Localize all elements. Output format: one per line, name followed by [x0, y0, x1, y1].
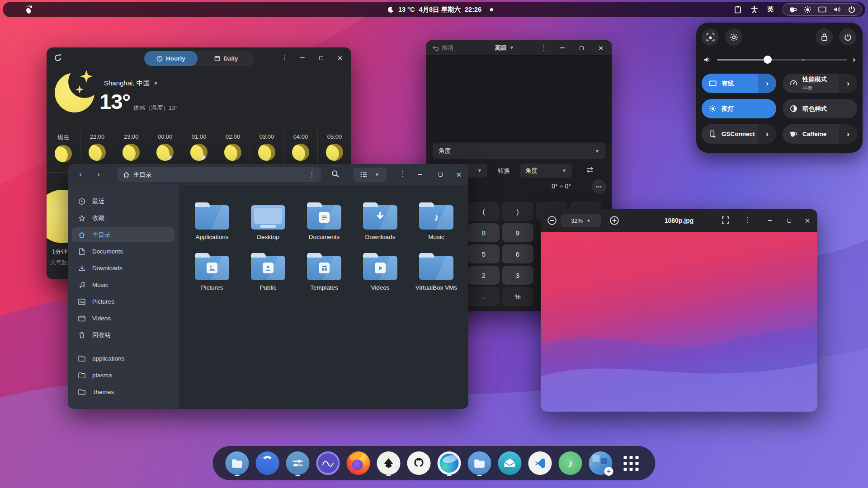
swap-units-button[interactable]: [585, 166, 594, 174]
toggle-power-profile[interactable]: 性能模式 平衡 ›: [783, 74, 857, 93]
menu-kebab-button[interactable]: ⋮: [744, 216, 751, 224]
toggle-wired[interactable]: 有线 ›: [702, 74, 776, 93]
sidebar-item-starred[interactable]: 收藏: [68, 210, 179, 226]
calc-key-6[interactable]: 6: [502, 244, 533, 263]
more-digits-button[interactable]: •••: [592, 179, 606, 194]
menu-kebab-button[interactable]: ⋮: [399, 170, 406, 178]
calc-key-percent[interactable]: %: [502, 287, 533, 306]
sidebar-item-documents[interactable]: Documents: [68, 243, 179, 260]
dock-inkscape[interactable]: [376, 450, 401, 476]
expand-chevron[interactable]: ›: [758, 124, 776, 144]
back-button[interactable]: ‹: [74, 168, 87, 181]
calc-key-2[interactable]: 2: [468, 266, 500, 285]
close-button[interactable]: ✕: [802, 215, 813, 226]
expand-chevron[interactable]: ›: [839, 124, 857, 144]
sidebar-item-plasma-folder[interactable]: plasma: [68, 367, 179, 384]
calc-key-8[interactable]: 8: [468, 223, 500, 242]
close-button[interactable]: ✕: [334, 52, 346, 64]
dock-settings[interactable]: [285, 450, 311, 476]
folder-downloads[interactable]: Downloads: [363, 202, 397, 252]
clipboard-icon[interactable]: [734, 5, 741, 14]
volume-knob[interactable]: [764, 56, 772, 64]
dock-github[interactable]: [406, 450, 432, 476]
close-button[interactable]: ✕: [453, 169, 465, 180]
sidebar-item-trash[interactable]: 回收站: [68, 327, 179, 343]
calc-key-paren-open[interactable]: (: [468, 202, 500, 221]
dock-software-mosaic[interactable]: +: [588, 450, 613, 476]
menu-kebab-button[interactable]: ⋮: [281, 54, 288, 61]
calc-key-5[interactable]: 5: [468, 244, 500, 263]
convert-to-dropdown[interactable]: 角度 ▼: [520, 164, 572, 178]
calc-key-decimal[interactable]: .: [468, 287, 500, 306]
screenshot-button[interactable]: [702, 28, 719, 46]
folder-desktop[interactable]: Desktop: [251, 202, 285, 252]
folder-applications[interactable]: Applications: [195, 202, 229, 252]
dock-edge[interactable]: [437, 450, 462, 476]
sidebar-item-home[interactable]: 主目录: [68, 226, 179, 243]
sidebar-item-themes-folder[interactable]: .themes: [68, 384, 179, 400]
folder-public[interactable]: Public: [251, 252, 285, 303]
tab-hourly[interactable]: Hourly: [144, 51, 198, 66]
minimize-button[interactable]: [557, 42, 568, 54]
dock-vscode[interactable]: [528, 450, 553, 476]
activities-gnome-logo[interactable]: [24, 5, 34, 14]
toggle-d ark-style[interactable]: 暗色样式: [783, 99, 857, 118]
toggle-gsconnect[interactable]: GSConnect ›: [702, 124, 776, 144]
toggle-night-light[interactable]: 夜灯: [702, 99, 776, 118]
minimize-button[interactable]: [297, 52, 308, 64]
volume-slider[interactable]: [717, 59, 847, 61]
dock-files-alt[interactable]: [467, 450, 492, 476]
expand-chevron[interactable]: ›: [758, 74, 776, 93]
close-button[interactable]: ✕: [595, 42, 607, 54]
dock-firefox[interactable]: [346, 450, 371, 476]
search-button[interactable]: [331, 170, 340, 178]
dock-mail[interactable]: [497, 450, 523, 476]
menu-kebab-button[interactable]: ⋮: [540, 44, 547, 52]
minimize-button[interactable]: [414, 169, 426, 180]
folder-music[interactable]: ♪ Music: [419, 202, 453, 252]
maximize-button[interactable]: [783, 215, 795, 226]
angle-unit-dropdown[interactable]: 角度 ▼: [433, 143, 605, 159]
calc-key-3[interactable]: 3: [502, 266, 533, 285]
dock-file-manager[interactable]: [225, 450, 250, 476]
fullscreen-button[interactable]: [722, 216, 730, 224]
power-menu-button[interactable]: [839, 28, 856, 46]
path-menu-kebab[interactable]: ⋮: [308, 171, 316, 178]
volume-expand-chevron[interactable]: ›: [853, 55, 855, 64]
sidebar-item-downloads[interactable]: Downloads: [68, 260, 179, 277]
path-bar[interactable]: 主目录 ⋮: [118, 167, 321, 182]
dock-app-grid[interactable]: [618, 450, 644, 476]
clock-menu-button[interactable]: 13 °C 4月8日 星期六 22:26: [387, 2, 493, 17]
input-method-indicator[interactable]: 英: [767, 5, 774, 14]
system-status-area[interactable]: [783, 3, 862, 16]
mode-dropdown[interactable]: 高级 ▼: [495, 44, 514, 52]
viewed-image[interactable]: [541, 232, 817, 412]
sidebar-item-recent[interactable]: 最近: [68, 193, 179, 210]
lock-button[interactable]: [816, 28, 833, 46]
sidebar-item-music[interactable]: Music: [68, 277, 179, 293]
maximize-button[interactable]: [315, 52, 327, 64]
maximize-button[interactable]: [434, 169, 446, 180]
folder-virtualbox-vms[interactable]: VirtualBox VMs: [415, 252, 457, 303]
forward-button[interactable]: ›: [92, 168, 105, 181]
accessibility-icon[interactable]: [750, 5, 758, 14]
tab-daily[interactable]: Daily: [198, 55, 255, 62]
location-selector[interactable]: Shanghai, 中国 ▼: [104, 79, 158, 88]
folder-templates[interactable]: Templates: [307, 252, 341, 303]
dock-gnome-web[interactable]: [255, 450, 280, 476]
sidebar-item-applications-folder[interactable]: applications: [68, 350, 179, 367]
calc-key-9[interactable]: 9: [502, 223, 533, 242]
toggle-caffeine[interactable]: Caffeine ›: [783, 124, 857, 144]
sidebar-item-pictures[interactable]: Pictures: [68, 293, 179, 310]
folder-documents[interactable]: Documents: [307, 202, 341, 252]
maximize-button[interactable]: [576, 42, 587, 54]
minimize-button[interactable]: [764, 215, 776, 226]
expand-chevron[interactable]: ›: [839, 74, 857, 93]
dock-system-monitor[interactable]: [316, 450, 341, 476]
view-toggle-combo[interactable]: ▼: [353, 168, 387, 182]
folder-videos[interactable]: Videos: [363, 252, 397, 303]
calc-key-paren-close[interactable]: ): [502, 202, 533, 221]
refresh-button[interactable]: [53, 53, 63, 63]
dock-music-player[interactable]: ♪: [558, 450, 583, 476]
settings-gear-button[interactable]: [725, 28, 742, 46]
